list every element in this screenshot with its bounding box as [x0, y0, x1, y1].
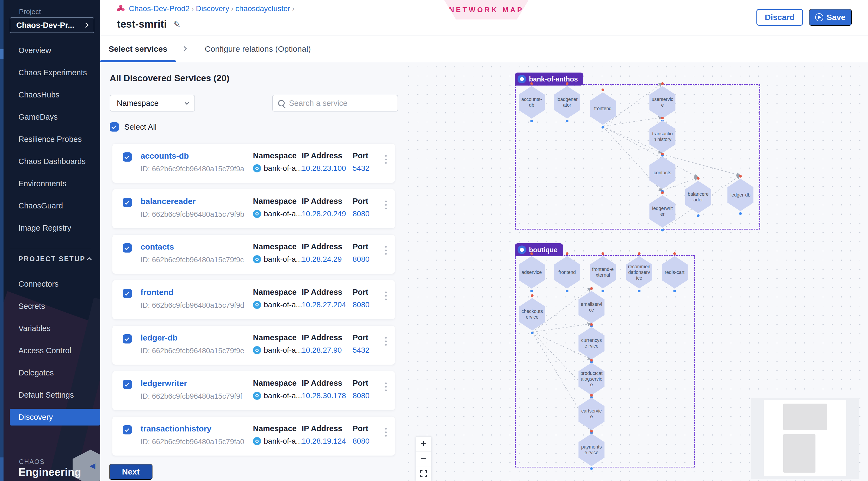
service-name-link[interactable]: transactionhistory	[141, 424, 212, 434]
sidebar-item-delegates[interactable]: Delegates	[0, 362, 100, 384]
row-menu-button[interactable]	[384, 154, 388, 165]
output-port-dot	[590, 467, 593, 470]
edit-title-icon[interactable]: ✎	[173, 19, 181, 30]
service-card: transactionhistory ID: 662b6c9fcb96480a1…	[113, 417, 395, 455]
service-checkbox[interactable]	[123, 334, 132, 344]
row-menu-button[interactable]	[384, 336, 388, 347]
row-menu-button[interactable]	[384, 199, 388, 210]
breadcrumb-link[interactable]: Chaos-Dev-Prod2	[129, 4, 190, 13]
collapse-sidebar-icon[interactable]: ◀	[89, 461, 95, 470]
sidebar-item-chaosguard[interactable]: ChaosGuard	[0, 195, 100, 217]
breadcrumb-separator: ›	[229, 5, 235, 13]
service-checkbox[interactable]	[123, 380, 132, 389]
namespace-header: Namespace	[253, 379, 302, 388]
sidebar-item-variables[interactable]: Variables	[0, 317, 100, 340]
tab-select-services[interactable]: Select services	[100, 35, 176, 62]
save-label: Save	[827, 13, 845, 22]
service-cards: accounts-db ID: 662b6c9fcb96480a15c79f9a…	[113, 144, 395, 462]
sidebar-item-secrets[interactable]: Secrets	[0, 295, 100, 317]
sidebar-item-gamedays[interactable]: GameDays	[0, 106, 100, 128]
sidebar-item-chaos-dashboards[interactable]: Chaos Dashboards	[0, 150, 100, 172]
sidebar-item-discovery[interactable]: Discovery	[10, 409, 100, 425]
service-node-ledgerwriter[interactable]: ledgerwriter	[649, 191, 676, 231]
input-port-dot	[661, 117, 664, 119]
row-menu-button[interactable]	[384, 245, 388, 256]
sidebar-item-environments[interactable]: Environments	[0, 172, 100, 195]
service-name-link[interactable]: balancereader	[141, 197, 195, 206]
service-checkbox[interactable]	[123, 152, 132, 162]
sidebar-item-image-registry[interactable]: Image Registry	[0, 217, 100, 239]
sidebar-item-access-control[interactable]: Access Control	[0, 340, 100, 362]
port-value: 8080	[352, 437, 369, 446]
breadcrumb-link[interactable]: chaosdaycluster	[235, 4, 290, 13]
project-name: Chaos-Dev-Pr...	[16, 21, 74, 30]
sidebar-item-chaos-experiments[interactable]: Chaos Experiments	[0, 61, 100, 84]
service-node-adservice[interactable]: adservice	[519, 252, 545, 292]
output-port-dot	[638, 290, 641, 292]
service-node-balancereader[interactable]: balancereader	[685, 177, 711, 217]
tab-configure-relations[interactable]: Configure relations (Optional)	[205, 35, 311, 62]
input-port-dot	[661, 153, 664, 155]
service-checkbox[interactable]	[123, 198, 132, 207]
row-menu-button[interactable]	[384, 290, 388, 301]
service-node-loadgenerator[interactable]: loadgenerator	[554, 82, 580, 122]
title-row: test-smriti ✎	[117, 19, 181, 30]
rail-notch	[0, 457, 3, 481]
output-port-dot	[530, 120, 533, 122]
service-checkbox[interactable]	[123, 425, 132, 435]
breadcrumb-link[interactable]: Discovery	[196, 4, 229, 13]
project-setup-header[interactable]: PROJECT SETUP	[19, 255, 92, 263]
node-hexagon: emailservice	[579, 291, 604, 323]
discard-button[interactable]: Discard	[756, 9, 803, 26]
next-button[interactable]: Next	[109, 464, 153, 480]
port-column: Port 8080	[352, 197, 369, 218]
fullscreen-button[interactable]	[416, 466, 431, 481]
service-node-recommendationservice[interactable]: recommen dationservice	[626, 252, 652, 292]
sidebar-item-default-settings[interactable]: Default Settings	[0, 384, 100, 406]
port-value: 8080	[352, 391, 369, 400]
service-node-frontend[interactable]: frontend	[554, 252, 580, 292]
zoom-in-button[interactable]: +	[416, 436, 431, 451]
search-input[interactable]	[289, 99, 392, 108]
row-menu-button[interactable]	[384, 381, 388, 392]
service-node-productcatalogservice[interactable]: productcat alogservice	[579, 359, 604, 399]
select-all-checkbox[interactable]	[110, 122, 119, 132]
service-node-contacts[interactable]: contacts	[649, 153, 676, 193]
service-node-cartservice[interactable]: cartservice	[579, 394, 604, 434]
zoom-out-button[interactable]: −	[416, 451, 431, 466]
namespace-header: Namespace	[253, 333, 302, 342]
map-minimap[interactable]	[751, 397, 859, 479]
service-node-emailservice[interactable]: emailservice	[579, 287, 604, 327]
service-node-frontend-external[interactable]: frontend-e xternal	[590, 252, 616, 292]
service-checkbox[interactable]	[123, 289, 132, 298]
service-node-ledger-db[interactable]: ledger-db	[727, 175, 753, 215]
sidebar-item-overview[interactable]: Overview	[0, 39, 100, 61]
service-node-frontend[interactable]: frontend	[590, 89, 616, 129]
sidebar-item-chaoshubs[interactable]: ChaosHubs	[0, 84, 100, 106]
input-port-dot	[590, 430, 593, 432]
service-node-transactionhistory[interactable]: transaction history	[649, 117, 676, 157]
ip-header: IP Address	[302, 151, 346, 160]
sidebar: Project Chaos-Dev-Pr... OverviewChaos Ex…	[0, 0, 100, 481]
ip-column: IP Address 10.28.24.29	[302, 242, 342, 264]
sidebar-item-connectors[interactable]: Connectors	[0, 273, 100, 295]
project-selector[interactable]: Chaos-Dev-Pr...	[10, 17, 94, 33]
input-port-dot	[566, 252, 568, 255]
service-node-redis-cart[interactable]: redis-cart	[662, 252, 688, 292]
service-node-checkoutservice[interactable]: checkouts ervice	[519, 294, 545, 334]
service-node-currencyservice[interactable]: currencyse rvice	[579, 323, 604, 363]
save-button[interactable]: Save	[809, 9, 852, 26]
service-node-accounts-db[interactable]: accounts-db	[519, 82, 545, 122]
service-name-link[interactable]: accounts-db	[141, 151, 189, 161]
select-all-label: Select All	[124, 123, 157, 132]
service-node-paymentservice[interactable]: paymentse rvice	[579, 430, 604, 470]
service-name-link[interactable]: ledger-db	[141, 333, 178, 343]
service-name-link[interactable]: ledgerwriter	[141, 379, 187, 388]
service-node-userservice[interactable]: userservice	[649, 82, 676, 122]
service-checkbox[interactable]	[123, 243, 132, 253]
sidebar-item-resilience-probes[interactable]: Resilience Probes	[0, 128, 100, 150]
service-name-link[interactable]: contacts	[141, 242, 174, 252]
namespace-filter-dropdown[interactable]: Namespace	[110, 95, 195, 111]
service-name-link[interactable]: frontend	[141, 288, 174, 297]
row-menu-button[interactable]	[384, 427, 388, 438]
